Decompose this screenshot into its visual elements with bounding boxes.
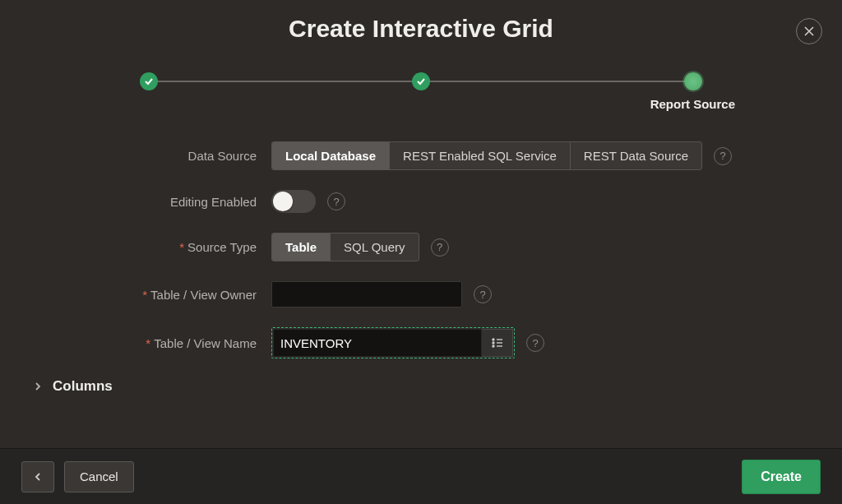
wizard-step-label: Report Source [650, 97, 735, 111]
columns-section-title: Columns [53, 378, 113, 395]
label-data-source: Data Source [33, 149, 271, 163]
label-table-name-text: Table / View Name [154, 336, 257, 350]
help-icon[interactable]: ? [526, 334, 544, 352]
label-source-type: *Source Type [33, 240, 271, 254]
check-icon [416, 76, 426, 86]
label-table-owner: *Table / View Owner [33, 288, 271, 302]
close-icon [803, 25, 815, 37]
row-table-name: *Table / View Name ? [33, 327, 809, 358]
table-owner-select[interactable] [271, 281, 462, 307]
data-source-segmented: Local Database REST Enabled SQL Service … [271, 141, 702, 170]
wizard-step-1[interactable] [140, 72, 158, 90]
source-type-option-table[interactable]: Table [272, 234, 331, 261]
source-type-option-sql-query[interactable]: SQL Query [331, 234, 418, 261]
svg-point-4 [493, 345, 494, 347]
columns-section-toggle[interactable]: Columns [33, 378, 809, 395]
svg-point-0 [493, 339, 494, 340]
wizard-stepper: Report Source [74, 72, 768, 113]
close-button[interactable] [796, 18, 822, 44]
create-button[interactable]: Create [742, 460, 821, 494]
row-editing-enabled: Editing Enabled ? [33, 190, 809, 213]
dialog-header: Create Interactive Grid [0, 0, 842, 48]
label-table-owner-text: Table / View Owner [150, 288, 257, 302]
table-name-input-wrap [271, 327, 515, 358]
editing-enabled-toggle[interactable] [271, 190, 316, 213]
cancel-button[interactable]: Cancel [64, 461, 134, 492]
chevron-right-icon [33, 380, 43, 394]
form-body: Data Source Local Database REST Enabled … [0, 122, 842, 448]
wizard-step-3-current[interactable] [684, 72, 702, 90]
label-editing-enabled: Editing Enabled [33, 195, 271, 209]
row-data-source: Data Source Local Database REST Enabled … [33, 141, 809, 170]
dialog-title: Create Interactive Grid [0, 15, 842, 43]
svg-point-2 [493, 342, 494, 344]
dialog-footer: Cancel Create [0, 448, 842, 504]
label-source-type-text: Source Type [187, 240, 257, 254]
source-type-segmented: Table SQL Query [271, 233, 419, 261]
check-icon [144, 76, 154, 86]
toggle-knob [273, 192, 293, 211]
data-source-option-local-database[interactable]: Local Database [272, 142, 390, 169]
list-icon [490, 335, 505, 350]
help-icon[interactable]: ? [431, 238, 449, 257]
label-table-name: *Table / View Name [33, 336, 271, 350]
help-icon[interactable]: ? [714, 147, 732, 165]
help-icon[interactable]: ? [474, 285, 492, 303]
table-name-lov-button[interactable] [482, 329, 513, 357]
chevron-left-icon [33, 472, 43, 482]
create-interactive-grid-dialog: Create Interactive Grid Report Source Da… [0, 0, 842, 504]
help-icon[interactable]: ? [327, 192, 345, 210]
data-source-option-rest-data[interactable]: REST Data Source [571, 142, 701, 169]
row-table-owner: *Table / View Owner ? [33, 281, 809, 307]
back-button[interactable] [21, 461, 54, 492]
data-source-option-rest-sql[interactable]: REST Enabled SQL Service [390, 142, 571, 169]
wizard-step-2[interactable] [412, 72, 430, 90]
table-name-input[interactable] [273, 329, 482, 357]
row-source-type: *Source Type Table SQL Query ? [33, 233, 809, 261]
